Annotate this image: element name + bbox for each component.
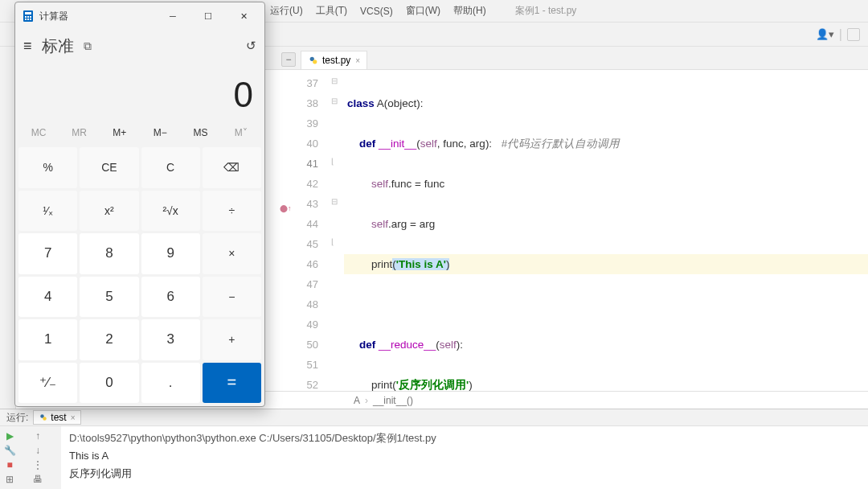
svg-point-1: [313, 60, 317, 64]
svg-rect-9: [25, 18, 27, 20]
run-body: ▶ ↑ 🔧 ↓ ■ ⋮ ⊞ 🖶 D:\tools9527\python\pyth…: [0, 426, 868, 489]
key-6[interactable]: 6: [141, 277, 200, 318]
percent-key[interactable]: %: [18, 147, 77, 188]
run-tab-label: test: [51, 412, 66, 423]
calc-mode-bar: ≡ 标准 ⧉ ↺: [15, 30, 264, 62]
keypad: % CE C ⌫ ¹⁄ₓ x² ²√x ÷ 7 8 9 × 4 5 6 − 1 …: [15, 144, 264, 406]
mdropdown-button[interactable]: M˅: [221, 121, 261, 144]
stop-icon[interactable]: ■: [3, 458, 16, 471]
close-button[interactable]: ✕: [226, 4, 261, 28]
mminus-button[interactable]: M−: [140, 121, 180, 144]
svg-rect-10: [27, 18, 29, 20]
console-output[interactable]: D:\tools9527\python\python3\python.exe C…: [61, 426, 868, 489]
history-icon[interactable]: ↺: [246, 39, 256, 53]
square-key[interactable]: x²: [80, 191, 138, 232]
run-toolbar: ▶ ↑ 🔧 ↓ ■ ⋮ ⊞ 🖶: [0, 426, 61, 489]
play-icon[interactable]: ▶: [3, 429, 16, 442]
collapse-button[interactable]: −: [281, 52, 296, 67]
tab-test-py[interactable]: test.py ×: [301, 51, 367, 69]
menu-run[interactable]: 运行(U): [265, 2, 308, 19]
menu-tools[interactable]: 工具(T): [311, 2, 352, 19]
line-numbers: 37383940 4142 43⬤↑ 44454647 4849505152: [281, 70, 330, 391]
svg-rect-5: [25, 12, 31, 14]
mr-button[interactable]: MR: [59, 121, 99, 144]
plus-key[interactable]: +: [203, 319, 261, 360]
svg-rect-6: [25, 16, 27, 18]
calc-title: 计算器: [39, 10, 68, 23]
chevron-right-icon: ›: [365, 395, 368, 406]
key-1[interactable]: 1: [18, 319, 77, 360]
memory-row: MC MR M+ M− MS M˅: [15, 121, 264, 144]
ce-key[interactable]: CE: [80, 147, 138, 188]
console-line: This is A: [69, 447, 860, 465]
calculator-icon: [22, 10, 35, 23]
key-0[interactable]: 0: [80, 363, 138, 404]
negate-key[interactable]: ⁺⁄₋: [18, 363, 77, 404]
run-label: 运行:: [6, 411, 28, 425]
mc-button[interactable]: MC: [18, 121, 59, 144]
key-8[interactable]: 8: [80, 233, 138, 274]
key-7[interactable]: 7: [18, 233, 77, 274]
up-icon[interactable]: ↑: [31, 429, 44, 442]
ms-button[interactable]: MS: [180, 121, 220, 144]
multiply-key[interactable]: ×: [203, 233, 261, 274]
calc-titlebar[interactable]: 计算器 ─ ☐ ✕: [15, 2, 264, 30]
wrench-icon[interactable]: 🔧: [3, 444, 16, 457]
run-tab[interactable]: test ×: [33, 410, 80, 425]
print-icon[interactable]: 🖶: [31, 473, 44, 486]
equals-key[interactable]: =: [203, 363, 261, 404]
menu-help[interactable]: 帮助(H): [448, 2, 491, 19]
calc-display: 0: [15, 62, 264, 121]
close-icon[interactable]: ×: [355, 56, 360, 65]
calculator-window[interactable]: 计算器 ─ ☐ ✕ ≡ 标准 ⧉ ↺ 0 MC MR M+ M− MS M˅ %…: [14, 2, 265, 407]
maximize-button[interactable]: ☐: [190, 4, 226, 28]
key-9[interactable]: 9: [141, 233, 200, 274]
reciprocal-key[interactable]: ¹⁄ₓ: [18, 191, 77, 232]
code-content[interactable]: class A(object): def __init__(self, func…: [344, 70, 868, 391]
mode-label: 标准: [42, 35, 74, 57]
menu-vcs[interactable]: VCS(S): [355, 4, 398, 18]
divide-key[interactable]: ÷: [203, 191, 261, 232]
svg-rect-11: [30, 18, 31, 20]
user-avatar-icon[interactable]: 👤▾: [816, 28, 834, 40]
toolbar-separator: |: [839, 27, 842, 42]
svg-rect-8: [30, 16, 31, 18]
fold-column[interactable]: ⊟ ⊟ ⌊ ⊟ ⌊: [330, 70, 344, 391]
key-4[interactable]: 4: [18, 277, 77, 318]
backspace-key[interactable]: ⌫: [203, 147, 261, 188]
key-3[interactable]: 3: [141, 319, 200, 360]
breadcrumb-class[interactable]: A: [354, 395, 360, 406]
window-title: 案例1 - test.py: [510, 2, 582, 19]
layout-icon[interactable]: ⊞: [3, 473, 16, 486]
hamburger-icon[interactable]: ≡: [23, 38, 32, 55]
mplus-button[interactable]: M+: [100, 121, 140, 144]
key-2[interactable]: 2: [80, 319, 138, 360]
ide-left-gutter[interactable]: [0, 47, 16, 409]
overflow-icon[interactable]: ⋮: [31, 458, 44, 471]
close-icon[interactable]: ×: [71, 413, 76, 422]
console-line: D:\tools9527\python\python3\python.exe C…: [69, 429, 860, 447]
tab-label: test.py: [322, 55, 350, 66]
c-key[interactable]: C: [141, 147, 200, 188]
breadcrumb-method[interactable]: __init__(): [373, 395, 413, 406]
run-panel: 运行: test × ▶ ↑ 🔧 ↓ ■ ⋮ ⊞ 🖶 D:\tools9: [0, 409, 868, 489]
sqrt-key[interactable]: ²√x: [141, 191, 200, 232]
python-file-icon: [39, 413, 48, 422]
toolbar-button[interactable]: [847, 28, 860, 41]
minus-key[interactable]: −: [203, 277, 261, 318]
run-header: 运行: test ×: [0, 409, 868, 426]
minimize-button[interactable]: ─: [155, 4, 190, 28]
down-icon[interactable]: ↓: [31, 444, 44, 457]
pin-icon[interactable]: ⧉: [84, 39, 92, 53]
key-5[interactable]: 5: [80, 277, 138, 318]
svg-rect-7: [27, 16, 29, 18]
menu-window[interactable]: 窗口(W): [401, 2, 445, 19]
python-file-icon: [308, 55, 319, 66]
svg-point-3: [43, 417, 47, 421]
console-line: 反序列化调用: [69, 465, 860, 483]
decimal-key[interactable]: .: [141, 363, 200, 404]
